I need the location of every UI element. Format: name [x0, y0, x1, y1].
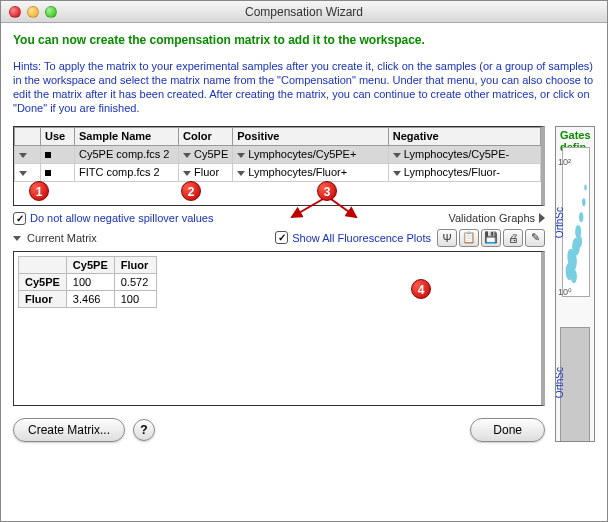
disclosure-icon[interactable] [19, 171, 27, 176]
svg-point-10 [571, 269, 577, 283]
page-heading: You can now create the compensation matr… [13, 33, 595, 49]
matrix-table: Cy5PE Fluor Cy5PE 100 0.572 Fluor 3.466 … [18, 256, 157, 308]
cell-sample: FITC comp.fcs 2 [75, 163, 179, 181]
matrix-container: Cy5PE Fluor Cy5PE 100 0.572 Fluor 3.466 … [13, 251, 545, 406]
no-neg-spillover-checkbox[interactable]: ✓ Do not allow negative spillover values [13, 212, 213, 225]
help-button[interactable]: ? [133, 419, 155, 441]
chevron-down-icon [393, 171, 401, 176]
save-button[interactable]: 💾 [481, 229, 501, 247]
window-title: Compensation Wizard [1, 5, 607, 19]
close-icon[interactable] [9, 6, 21, 18]
printer-icon: 🖨 [508, 232, 519, 244]
col-color[interactable]: Color [179, 127, 233, 145]
callout-2-icon: 2 [181, 181, 201, 201]
svg-point-5 [567, 248, 574, 264]
hints-text: Hints: To apply the matrix to your exper… [13, 59, 595, 116]
svg-point-7 [579, 212, 583, 222]
matrix-col: Fluor [114, 256, 156, 273]
create-matrix-button[interactable]: Create Matrix... [13, 418, 125, 442]
disk-icon: 💾 [484, 231, 498, 244]
chevron-down-icon [183, 171, 191, 176]
matrix-row: Fluor 3.466 100 [19, 290, 157, 307]
col-sample-name[interactable]: Sample Name [75, 127, 179, 145]
matrix-col: Cy5PE [66, 256, 114, 273]
col-use[interactable]: Use [41, 127, 75, 145]
samples-table-container: Use Sample Name Color Positive Negative … [13, 126, 545, 206]
window-controls [9, 6, 57, 18]
col-positive[interactable]: Positive [233, 127, 389, 145]
titlebar: Compensation Wizard [1, 1, 607, 23]
checkbox-icon: ✓ [13, 212, 26, 225]
cell-sample: Cy5PE comp.fcs 2 [75, 145, 179, 163]
cell-negative[interactable]: Lymphocytes/Fluor- [388, 163, 540, 181]
col-negative[interactable]: Negative [388, 127, 540, 145]
cell-negative[interactable]: Lymphocytes/Cy5PE- [388, 145, 540, 163]
cell-color[interactable]: Fluor [179, 163, 233, 181]
preview-sidebar: Gates defin OrthSc 10² 10⁰ [555, 126, 595, 442]
disclosure-icon[interactable] [19, 153, 27, 158]
print-button[interactable]: 🖨 [503, 229, 523, 247]
clipboard-button[interactable]: 📋 [459, 229, 479, 247]
compensation-wizard-window: Compensation Wizard You can now create t… [0, 0, 608, 522]
samples-table: Use Sample Name Color Positive Negative … [14, 127, 541, 182]
chevron-down-icon [183, 153, 191, 158]
cell-color[interactable]: Cy5PE [179, 145, 233, 163]
svg-line-0 [292, 199, 323, 217]
chevron-right-icon [539, 213, 545, 223]
current-matrix-toggle[interactable]: Current Matrix [13, 232, 97, 244]
svg-line-1 [331, 199, 356, 217]
cell-positive[interactable]: Lymphocytes/Cy5PE+ [233, 145, 389, 163]
edit-button[interactable]: ✎ [525, 229, 545, 247]
use-checkbox-icon[interactable] [45, 152, 51, 158]
toolbar: Ψ 📋 💾 🖨 ✎ [437, 229, 545, 247]
y-axis-label-2: OrthSc [555, 367, 565, 398]
clipboard-icon: 📋 [462, 231, 476, 244]
use-checkbox-icon[interactable] [45, 170, 51, 176]
chevron-down-icon [13, 236, 21, 241]
show-all-plots-checkbox[interactable]: ✓ Show All Fluorescence Plots [275, 231, 431, 244]
table-row[interactable]: FITC comp.fcs 2 Fluor Lymphocytes/Fluor+… [15, 163, 541, 181]
table-row[interactable]: Cy5PE comp.fcs 2 Cy5PE Lymphocytes/Cy5PE… [15, 145, 541, 163]
callout-3-icon: 3 [317, 181, 337, 201]
matrix-row: Cy5PE 100 0.572 [19, 273, 157, 290]
svg-point-11 [577, 236, 582, 248]
minimize-icon[interactable] [27, 6, 39, 18]
zoom-icon[interactable] [45, 6, 57, 18]
psi-tool-button[interactable]: Ψ [437, 229, 457, 247]
validation-graphs-toggle[interactable]: Validation Graphs [448, 212, 545, 224]
pencil-icon: ✎ [531, 231, 540, 244]
chevron-down-icon [237, 153, 245, 158]
table-header-row: Use Sample Name Color Positive Negative [15, 127, 541, 145]
cell-positive[interactable]: Lymphocytes/Fluor+ [233, 163, 389, 181]
done-button[interactable]: Done [470, 418, 545, 442]
callout-1-icon: 1 [29, 181, 49, 201]
checkbox-icon: ✓ [275, 231, 288, 244]
chevron-down-icon [237, 171, 245, 176]
svg-point-8 [582, 198, 585, 206]
scatter-plot[interactable] [562, 147, 590, 297]
svg-point-9 [584, 184, 587, 190]
content-area: You can now create the compensation matr… [1, 23, 607, 521]
y-axis-label: OrthSc [555, 207, 565, 238]
callout-4-icon: 4 [411, 279, 431, 299]
chevron-down-icon [393, 153, 401, 158]
